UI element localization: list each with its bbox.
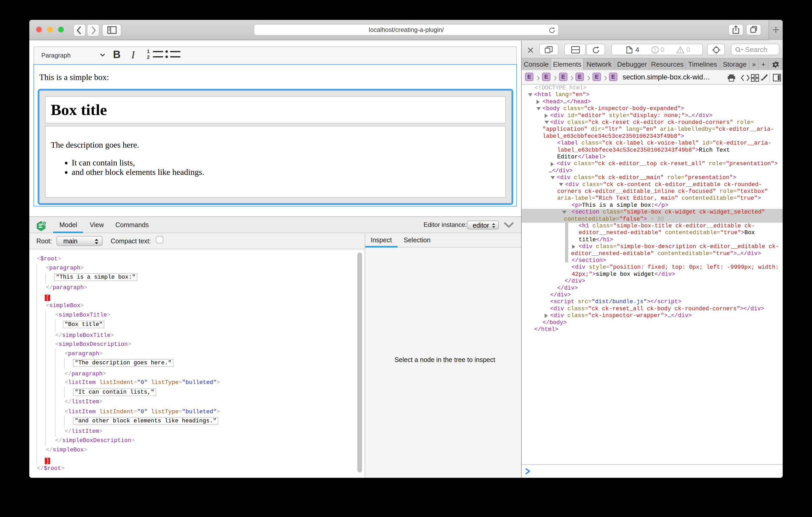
svg-text:2: 2 bbox=[147, 55, 150, 60]
svg-text:1: 1 bbox=[147, 49, 150, 54]
svg-text:5: 5 bbox=[44, 221, 45, 224]
